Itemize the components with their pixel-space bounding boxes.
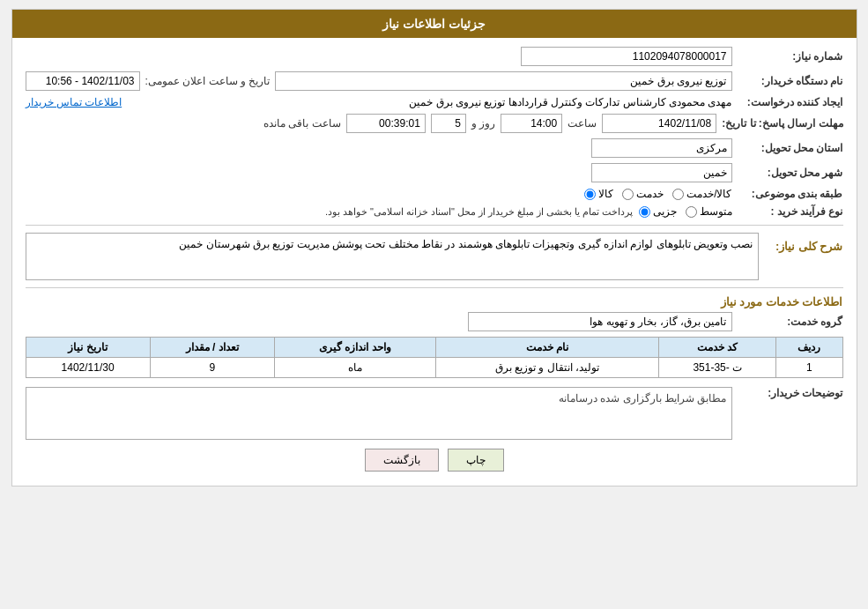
service-table: ردیف کد خدمت نام خدمت واحد اندازه گیری ت… (26, 337, 843, 378)
col-code: کد خدمت (659, 338, 776, 358)
deadline-date-input (602, 114, 716, 133)
category-kala-radio[interactable] (584, 189, 596, 200)
description-textarea[interactable] (26, 233, 759, 280)
category-label: طبقه بندی موضوعی: (738, 188, 843, 200)
page-header: جزئیات اطلاعات نیاز (12, 10, 857, 38)
category-kala-khedmat-item[interactable]: کالا/خدمت (672, 188, 731, 200)
category-khedmat-label: خدمت (636, 188, 664, 200)
process-jozvi-item[interactable]: جزیی (639, 205, 677, 218)
category-khedmat-item[interactable]: خدمت (622, 188, 664, 200)
print-button[interactable]: چاپ (448, 449, 504, 472)
need-number-row: شماره نیاز: (26, 47, 843, 66)
deadline-remain-label: ساعت باقی مانده (263, 117, 341, 130)
back-button[interactable]: بازگشت (365, 449, 439, 472)
process-jozvi-label: جزیی (653, 205, 677, 218)
deadline-time-input (501, 114, 562, 133)
buyer-desc-value: مطابق شرایط بارگزاری شده درسامانه (559, 392, 726, 405)
process-motavaset-label: متوسط (700, 205, 732, 218)
category-row: طبقه بندی موضوعی: کالا/خدمت خدمت کالا (26, 188, 843, 200)
buyer-desc-row: توضیحات خریدار: مطابق شرایط بارگزاری شده… (26, 387, 843, 440)
service-group-label: گروه خدمت: (738, 316, 843, 328)
province-row: استان محل تحویل: (26, 138, 843, 158)
deadline-days-label: روز و (471, 117, 495, 130)
deadline-remain-input (346, 114, 426, 133)
creator-link[interactable]: اطلاعات تماس خریدار (26, 96, 122, 108)
description-label: شرح کلی نیاز: (764, 240, 843, 253)
service-group-input (468, 312, 732, 331)
button-row: چاپ بازگشت (26, 449, 843, 472)
col-unit: واحد اندازه گیری (274, 338, 435, 358)
agency-label: نام دستگاه خریدار: (738, 75, 843, 87)
process-row: نوع فرآیند خرید : متوسط جزیی پرداخت تمام… (26, 205, 843, 218)
description-row: شرح کلی نیاز: (26, 233, 843, 280)
buyer-desc-label: توضیحات خریدار: (738, 387, 843, 399)
service-group-row: گروه خدمت: (26, 312, 843, 331)
announce-date-label: تاریخ و ساعت اعلان عمومی: (145, 75, 271, 87)
process-motavaset-item[interactable]: متوسط (686, 205, 732, 218)
process-label: نوع فرآیند خرید : (738, 205, 843, 218)
table-row: 1ت -35-351تولید، انتقال و توزیع برقماه91… (26, 358, 842, 378)
need-number-label: شماره نیاز: (738, 50, 843, 63)
content-area: شماره نیاز: نام دستگاه خریدار: تاریخ و س… (12, 38, 857, 486)
city-input (591, 163, 732, 182)
creator-value: مهدی محمودی کارشناس تدارکات وکنترل قرارد… (127, 96, 731, 108)
category-khedmat-radio[interactable] (622, 189, 634, 200)
deadline-label: مهلت ارسال پاسخ: تا تاریخ: (722, 117, 842, 130)
need-number-input (521, 47, 732, 66)
category-radio-group: کالا/خدمت خدمت کالا (584, 188, 731, 200)
col-name: نام خدمت (435, 338, 659, 358)
city-label: شهر محل تحویل: (738, 167, 843, 179)
city-row: شهر محل تحویل: (26, 163, 843, 182)
category-kala-khedmat-label: کالا/خدمت (686, 188, 731, 200)
province-label: استان محل تحویل: (738, 142, 843, 154)
category-kala-item[interactable]: کالا (584, 188, 613, 200)
col-date: تاریخ نیاز (26, 338, 150, 358)
agency-input (275, 71, 731, 91)
page-title: جزئیات اطلاعات نیاز (382, 17, 486, 31)
creator-row: ایجاد کننده درخواست: مهدی محمودی کارشناس… (26, 96, 843, 108)
process-radio-group: متوسط جزیی (639, 205, 732, 218)
deadline-days-input (431, 114, 466, 133)
deadline-row: مهلت ارسال پاسخ: تا تاریخ: ساعت روز و سا… (26, 114, 843, 133)
buyer-desc-box: مطابق شرایط بارگزاری شده درسامانه (26, 387, 732, 440)
page-container: جزئیات اطلاعات نیاز شماره نیاز: نام دستگ… (11, 9, 857, 486)
deadline-time-label: ساعت (568, 117, 597, 130)
process-note: پرداخت تمام یا بخشی از مبلغ خریدار از مح… (325, 206, 634, 218)
process-motavaset-radio[interactable] (686, 206, 697, 218)
announce-date-row: نام دستگاه خریدار: تاریخ و ساعت اعلان عم… (26, 71, 843, 91)
category-kala-khedmat-radio[interactable] (672, 189, 684, 200)
service-info-title: اطلاعات خدمات مورد نیاز (26, 295, 843, 308)
col-row: ردیف (776, 338, 842, 358)
creator-label: ایجاد کننده درخواست: (738, 96, 843, 108)
category-kala-label: کالا (598, 188, 613, 200)
announce-date-input (26, 71, 140, 91)
col-qty: تعداد / مقدار (150, 338, 274, 358)
process-jozvi-radio[interactable] (639, 206, 650, 218)
province-input (591, 138, 732, 158)
